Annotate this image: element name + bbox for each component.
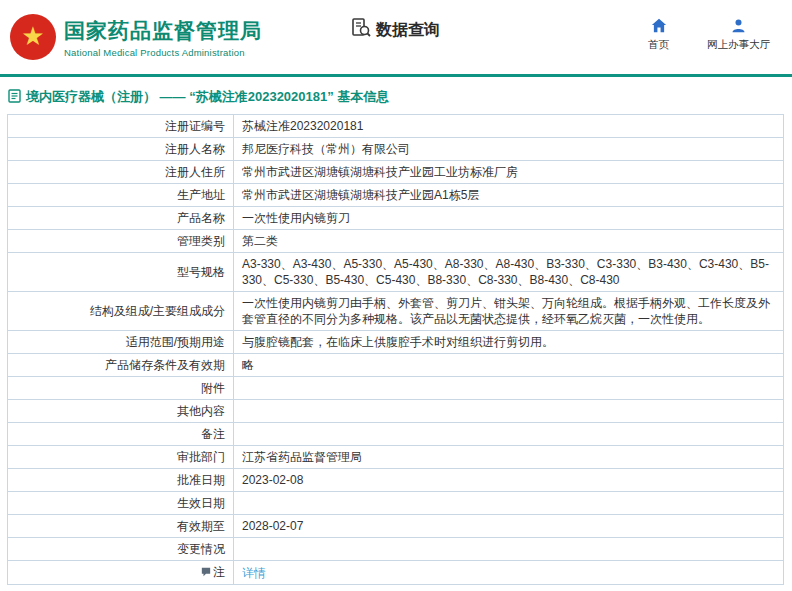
row-label: 型号规格 (8, 253, 234, 292)
row-label: 有效期至 (8, 515, 234, 538)
row-label: 备注 (8, 423, 234, 446)
row-label: 适用范围/预期用途 (8, 331, 234, 354)
row-value: 略 (234, 354, 784, 377)
table-row: 其他内容 (8, 400, 784, 423)
national-emblem-logo: ★ (10, 14, 56, 60)
page-title: 境内医疗器械（注册） —— “苏械注准20232020181” 基本信息 (26, 88, 389, 106)
nav-home-label: 首页 (648, 38, 669, 52)
row-value (234, 423, 784, 446)
table-row: 注册人住所 常州市武进区湖塘镇湖塘科技产业园工业坊标准厂房 (8, 161, 784, 184)
row-value: 常州市武进区湖塘镇湖塘科技产业园工业坊标准厂房 (234, 161, 784, 184)
row-value: 苏械注准20232020181 (234, 115, 784, 138)
registration-info-table: 注册证编号 苏械注准20232020181 注册人名称 邦尼医疗科技（常州）有限… (7, 114, 784, 585)
table-row: 适用范围/预期用途 与腹腔镜配套，在临床上供腹腔手术时对组织进行剪切用。 (8, 331, 784, 354)
row-value: 邦尼医疗科技（常州）有限公司 (234, 138, 784, 161)
row-value: 第二类 (234, 230, 784, 253)
row-value: 江苏省药品监督管理局 (234, 446, 784, 469)
table-row: 产品名称 一次性使用内镜剪刀 (8, 207, 784, 230)
row-label: 产品名称 (8, 207, 234, 230)
row-value: 与腹腔镜配套，在临床上供腹腔手术时对组织进行剪切用。 (234, 331, 784, 354)
row-value: 一次性使用内镜剪刀 (234, 207, 784, 230)
table-row: 注册人名称 邦尼医疗科技（常州）有限公司 (8, 138, 784, 161)
row-value (234, 538, 784, 561)
brand: ★ 国家药品监督管理局 National Medical Products Ad… (10, 14, 262, 60)
row-value: A3-330、A3-430、A5-330、A5-430、A8-330、A8-43… (234, 253, 784, 292)
nav-service-hall-label: 网上办事大厅 (707, 38, 770, 52)
emblem-star-icon: ★ (21, 23, 44, 49)
org-title-en: National Medical Products Administration (64, 47, 262, 58)
row-value: 一次性使用内镜剪刀由手柄、外套管、剪刀片、钳头架、万向轮组成。根据手柄外观、工作… (234, 292, 784, 331)
table-row: 产品储存条件及有效期 略 (8, 354, 784, 377)
row-value: 2023-02-08 (234, 469, 784, 492)
table-row: 注册证编号 苏械注准20232020181 (8, 115, 784, 138)
row-label: 结构及组成/主要组成成分 (8, 292, 234, 331)
row-label: 审批部门 (8, 446, 234, 469)
row-label: 批准日期 (8, 469, 234, 492)
table-row: 批准日期 2023-02-08 (8, 469, 784, 492)
row-label: 生效日期 (8, 492, 234, 515)
table-row: 生产地址 常州市武进区湖塘镇湖塘科技产业园A1栋5层 (8, 184, 784, 207)
table-row: 结构及组成/主要组成成分 一次性使用内镜剪刀由手柄、外套管、剪刀片、钳头架、万向… (8, 292, 784, 331)
home-icon (651, 18, 667, 35)
person-icon (731, 18, 746, 35)
row-value-note: 详情 (234, 561, 784, 585)
breadcrumb: 境内医疗器械（注册） —— “苏械注准20232020181” 基本信息 (0, 77, 792, 114)
row-label: 变更情况 (8, 538, 234, 561)
row-value: 2028-02-07 (234, 515, 784, 538)
nav-service-hall[interactable]: 网上办事大厅 (707, 18, 770, 52)
table-row: 有效期至 2028-02-07 (8, 515, 784, 538)
details-link[interactable]: 详情 (242, 566, 266, 580)
section-title: 数据查询 (376, 20, 440, 41)
table-row: 附件 (8, 377, 784, 400)
row-label: 管理类别 (8, 230, 234, 253)
table-row: 备注 (8, 423, 784, 446)
top-header: ★ 国家药品监督管理局 National Medical Products Ad… (0, 0, 792, 74)
table-row: 审批部门 江苏省药品监督管理局 (8, 446, 784, 469)
table-row: 型号规格 A3-330、A3-430、A5-330、A5-430、A8-330、… (8, 253, 784, 292)
note-label: 注 (213, 565, 225, 579)
row-label: 附件 (8, 377, 234, 400)
document-search-icon (350, 17, 372, 43)
org-title-cn: 国家药品监督管理局 (64, 17, 262, 45)
note-icon (201, 565, 211, 581)
row-value (234, 492, 784, 515)
table-row: 生效日期 (8, 492, 784, 515)
row-label: 注册人住所 (8, 161, 234, 184)
row-label: 注册证编号 (8, 115, 234, 138)
data-query-section: 数据查询 (350, 17, 440, 43)
row-label: 注册人名称 (8, 138, 234, 161)
row-value (234, 377, 784, 400)
row-label: 产品储存条件及有效期 (8, 354, 234, 377)
row-value: 常州市武进区湖塘镇湖塘科技产业园A1栋5层 (234, 184, 784, 207)
document-icon (8, 89, 21, 106)
top-nav: 首页 网上办事大厅 (648, 18, 778, 52)
table-row-note: 注 详情 (8, 561, 784, 585)
row-label-note: 注 (8, 561, 234, 585)
row-label: 其他内容 (8, 400, 234, 423)
table-row: 管理类别 第二类 (8, 230, 784, 253)
row-label: 生产地址 (8, 184, 234, 207)
nav-home[interactable]: 首页 (648, 18, 669, 52)
table-row: 变更情况 (8, 538, 784, 561)
row-value (234, 400, 784, 423)
